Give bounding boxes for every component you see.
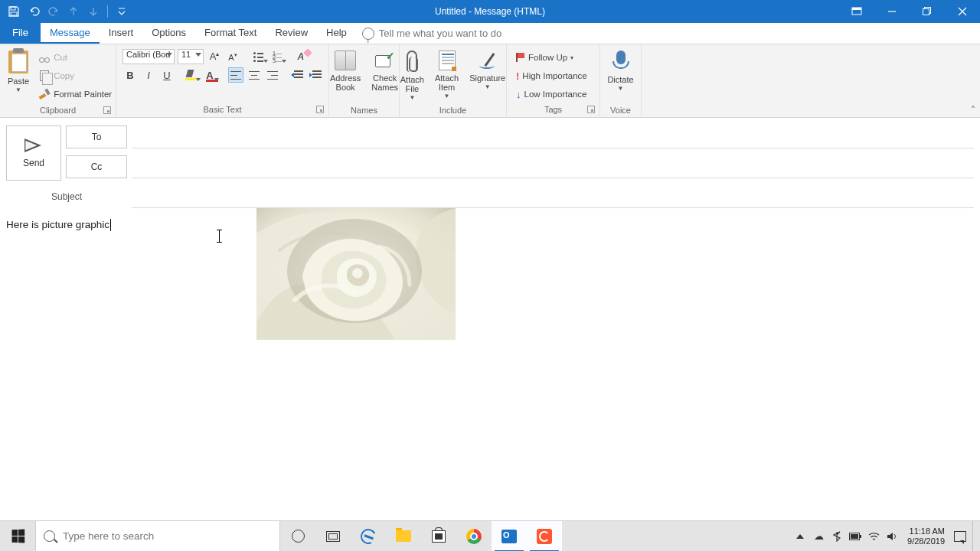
tab-file[interactable]: File (0, 23, 41, 44)
italic-button[interactable]: I (141, 67, 156, 83)
bullets-button[interactable] (251, 49, 266, 64)
paperclip-icon (407, 51, 417, 72)
group-tags: Follow Up ▾ ! High Importance ↓ Low Impo… (507, 44, 600, 117)
group-include: Attach File ▼ Attach Item ▼ Signature ▼ … (400, 44, 507, 117)
action-center-button[interactable] (954, 530, 966, 543)
group-voice: Dictate ▼ Voice (600, 44, 642, 117)
window-title: Untitled - Message (HTML) (435, 6, 545, 17)
chrome-button[interactable] (456, 521, 492, 552)
group-label-voice: Voice (603, 106, 638, 117)
dialog-launcher-icon[interactable] (587, 106, 595, 113)
cc-button[interactable]: Cc (66, 155, 127, 178)
wifi-icon[interactable] (867, 530, 880, 543)
send-button[interactable]: Send (6, 126, 61, 181)
grow-font-button[interactable]: A▴ (207, 49, 222, 64)
numbering-button[interactable]: 1—2—3— (270, 49, 285, 64)
dialog-launcher-icon[interactable] (103, 106, 111, 114)
collapse-ribbon-icon[interactable]: ˄ (971, 105, 975, 116)
tab-format-text[interactable]: Format Text (195, 23, 266, 44)
underline-button[interactable]: U (159, 67, 175, 83)
to-button[interactable]: To (66, 126, 127, 148)
edge-button[interactable] (351, 521, 386, 552)
dictate-label: Dictate (607, 75, 633, 84)
file-explorer-button[interactable] (386, 521, 421, 552)
low-importance-button[interactable]: ↓ Low Importance (513, 86, 590, 103)
send-label: Send (23, 158, 44, 168)
tab-insert[interactable]: Insert (100, 23, 143, 44)
battery-icon[interactable] (849, 530, 861, 543)
signature-button[interactable]: Signature ▼ (465, 47, 510, 106)
attach-file-button[interactable]: Attach File ▼ (396, 47, 429, 106)
notification-icon (954, 531, 966, 542)
minimize-button[interactable] (874, 0, 910, 23)
dialog-launcher-icon[interactable] (316, 106, 324, 113)
outlook-button[interactable] (492, 521, 527, 552)
snagit-button[interactable] (527, 521, 562, 552)
brush-icon (38, 88, 51, 100)
paste-button[interactable]: Paste ▼ (3, 47, 34, 106)
address-book-icon (335, 51, 356, 70)
cut-button: Cut (35, 49, 115, 66)
microphone-icon (613, 51, 629, 72)
bluetooth-icon[interactable] (831, 530, 843, 543)
increase-indent-button[interactable] (308, 67, 323, 83)
high-importance-label: High Importance (522, 71, 586, 80)
format-painter-button[interactable]: Format Painter (35, 86, 115, 103)
task-view-icon (326, 531, 340, 542)
taskbar-clock[interactable]: 11:18 AM 9/28/2019 (904, 527, 948, 546)
volume-icon[interactable] (886, 530, 898, 543)
undo-icon[interactable] (26, 4, 41, 19)
align-center-button[interactable] (247, 67, 262, 83)
display-options-icon[interactable] (839, 0, 874, 23)
tab-options[interactable]: Options (142, 23, 195, 44)
tab-message[interactable]: Message (41, 23, 100, 44)
align-right-button[interactable] (265, 67, 280, 83)
bold-button[interactable]: B (122, 67, 138, 83)
subject-field[interactable] (132, 185, 974, 208)
customize-qat-icon[interactable] (114, 4, 129, 19)
chevron-up-icon (796, 534, 804, 539)
dictate-button[interactable]: Dictate ▼ (603, 47, 638, 106)
cortana-button[interactable] (280, 521, 315, 552)
attach-item-button[interactable]: Attach Item ▼ (430, 47, 463, 106)
svg-rect-1 (11, 12, 17, 15)
font-size-select[interactable]: 11 (178, 49, 204, 64)
chevron-down-icon: ▼ (444, 93, 450, 100)
inserted-image[interactable] (256, 208, 456, 340)
decrease-indent-button[interactable] (289, 67, 305, 83)
tray-overflow-button[interactable] (794, 530, 806, 543)
task-view-button[interactable] (315, 521, 351, 552)
message-body[interactable]: Here is picture graphic (0, 208, 980, 514)
address-book-button[interactable]: Address Book (325, 47, 365, 106)
high-importance-button[interactable]: ! High Importance (513, 67, 590, 84)
onedrive-icon[interactable]: ☁ (812, 530, 825, 543)
font-name-select[interactable]: Calibri (Bod (122, 49, 175, 64)
to-field[interactable] (132, 126, 974, 148)
align-left-button[interactable] (228, 67, 243, 83)
tab-review[interactable]: Review (266, 23, 317, 44)
show-desktop-button[interactable] (972, 521, 977, 552)
group-label-tags: Tags (510, 105, 596, 117)
signature-label: Signature (469, 73, 505, 83)
highlight-button[interactable] (184, 67, 199, 83)
cc-field[interactable] (132, 155, 974, 178)
maximize-button[interactable] (910, 0, 945, 23)
outlook-icon (501, 530, 517, 543)
taskbar-search[interactable]: Type here to search (35, 521, 280, 552)
group-names: Address Book Check Names Names (329, 44, 400, 117)
taskbar-search-placeholder: Type here to search (63, 530, 154, 542)
shrink-font-button[interactable]: A▾ (225, 49, 240, 64)
follow-up-button[interactable]: Follow Up ▾ (513, 49, 590, 66)
close-button[interactable] (945, 0, 980, 23)
clear-formatting-button[interactable]: A (296, 49, 311, 64)
save-icon[interactable] (6, 4, 21, 19)
down-arrow-icon: ↓ (516, 89, 521, 100)
tab-help[interactable]: Help (317, 23, 356, 44)
tell-me-search[interactable]: Tell me what you want to do (362, 23, 501, 44)
send-icon (24, 138, 43, 153)
system-tray: ☁ 11:18 AM 9/28/2019 (794, 521, 980, 551)
chevron-down-icon: ▼ (409, 95, 415, 102)
start-button[interactable] (0, 521, 35, 552)
store-button[interactable] (421, 521, 456, 552)
font-color-button[interactable]: A (202, 67, 217, 83)
